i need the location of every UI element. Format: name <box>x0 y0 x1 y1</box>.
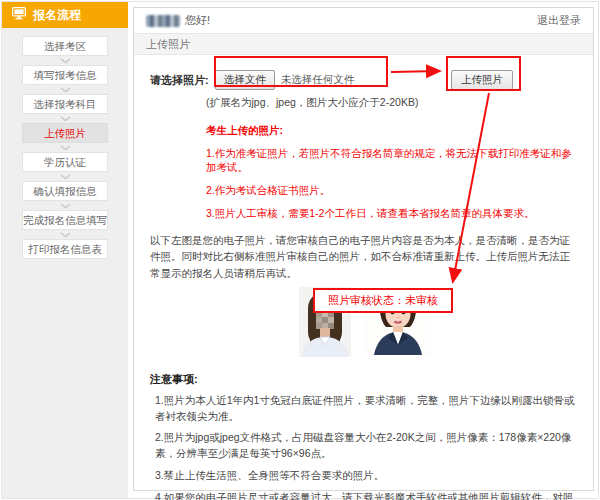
photo-select-row: 请选择照片: 选择文件 未选择任何文件 上传照片 <box>150 67 579 93</box>
chevron-down-icon <box>2 143 128 152</box>
photo-review-intro: 以下左图是您的电子照片，请您审核自己的电子照片内容是否为本人，是否清晰，是否为证… <box>150 232 579 281</box>
sidebar-steps: 选择考区 填写报考信息 选择报考科目 上传照片 学历认证 确认填报信息 完成报名… <box>2 28 128 259</box>
note-item-4: 4.如果您的电子照片尺寸或者容量过大，请下载光影魔术手软件或其他照片剪辑软件，对… <box>150 490 579 500</box>
upload-photo-button[interactable]: 上传照片 <box>451 70 513 90</box>
red-notice-item: 3.照片人工审核，需要1-2个工作日，请查看本省报名简章的具体要求。 <box>206 207 579 221</box>
photo-upload-page: { "sidebar": { "title": "报名流程", "steps":… <box>0 0 600 500</box>
sidebar-item-confirm-info[interactable]: 确认填报信息 <box>22 181 108 201</box>
sidebar-item-upload-photo[interactable]: 上传照片 <box>22 123 108 143</box>
monitor-icon <box>12 7 26 23</box>
chevron-down-icon <box>2 230 128 239</box>
sidebar-item-education-verify[interactable]: 学历认证 <box>22 152 108 172</box>
notes-section: 注意事项: 1.照片为本人近1年内1寸免冠白底证件照片，要求清晰，完整，照片下边… <box>150 372 579 500</box>
sidebar-item-print-form[interactable]: 打印报名信息表 <box>22 239 108 259</box>
notes-title: 注意事项: <box>150 372 579 387</box>
logout-link[interactable]: 退出登录 <box>537 13 581 28</box>
sidebar-title: 报名流程 <box>33 7 81 24</box>
chevron-down-icon <box>2 85 128 94</box>
sidebar-item-finish-registration[interactable]: 完成报名信息填写 <box>22 210 108 230</box>
red-notice-item: 1.作为准考证照片，若照片不符合报名简章的规定，将无法下载打印准考证和参加考试。 <box>206 147 579 175</box>
chevron-down-icon <box>2 172 128 181</box>
sidebar-header: 报名流程 <box>2 2 128 28</box>
red-notice-title: 考生上传的照片: <box>206 124 579 138</box>
sidebar: 报名流程 选择考区 填写报考信息 选择报考科目 上传照片 学历认证 确认填报信息… <box>2 2 128 498</box>
photo-review-status-badge: 照片审核状态：未审核 <box>313 288 453 313</box>
note-item: 1.照片为本人近1年内1寸免冠白底证件照片，要求清晰，完整，照片下边缘以刚露出锁… <box>150 393 579 425</box>
chevron-down-icon <box>2 56 128 65</box>
red-notice-block: 考生上传的照片: 1.作为准考证照片，若照片不符合报名简章的规定，将无法下载打印… <box>206 124 579 221</box>
photo-select-label: 请选择照片: <box>150 73 209 88</box>
content: 请选择照片: 选择文件 未选择任何文件 上传照片 (扩展名为jpg、jpeg，图… <box>134 55 593 500</box>
chevron-down-icon <box>2 114 128 123</box>
main-panel: 您好! 退出登录 上传照片 请选择照片: 选择文件 未选择任何文件 上传照片 (… <box>133 7 594 491</box>
red-notice-item: 2.作为考试合格证书照片。 <box>206 184 579 198</box>
sidebar-item-select-exam-area[interactable]: 选择考区 <box>22 36 108 56</box>
section-title: 上传照片 <box>134 33 593 55</box>
greeting-text: 您好! <box>185 13 210 28</box>
sidebar-item-fill-exam-info[interactable]: 填写报考信息 <box>22 65 108 85</box>
sidebar-item-select-subjects[interactable]: 选择报考科目 <box>22 94 108 114</box>
chevron-down-icon <box>2 201 128 210</box>
note-item: 3.禁止上传生活照、全身照等不符合要求的照片。 <box>150 468 579 484</box>
greeting-row: 您好! 退出登录 <box>134 8 593 33</box>
note-item: 2.照片为jpg或jpeg文件格式，占用磁盘容量大小在2-20K之间，照片像素：… <box>150 430 579 462</box>
username-redacted <box>146 15 180 27</box>
file-format-hint: (扩展名为jpg、jpeg，图片大小应介于2-20KB) <box>206 96 579 110</box>
choose-file-button[interactable]: 选择文件 <box>215 70 275 90</box>
no-file-selected-text: 未选择任何文件 <box>281 73 355 87</box>
